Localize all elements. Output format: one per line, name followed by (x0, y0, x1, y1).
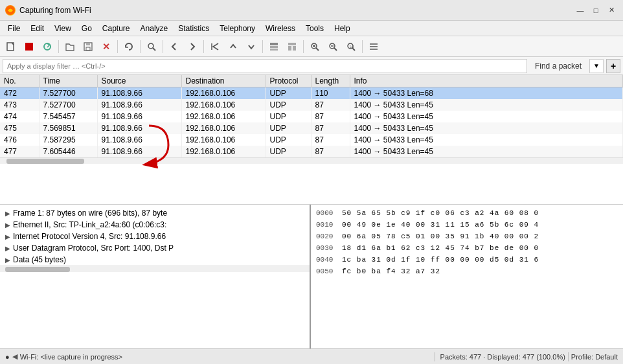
menu-item-help[interactable]: Help (329, 23, 356, 34)
status-capture-text: Wi-Fi: <live capture in progress> (20, 353, 122, 361)
jump-to-first-button[interactable] (207, 39, 223, 54)
cell-protocol: UDP (266, 146, 311, 157)
status-left: ● ◀ Wi-Fi: <live capture in progress> (5, 352, 429, 361)
packet-list-scrollbar-x[interactable] (0, 157, 623, 164)
new-capture-button[interactable] (3, 39, 19, 54)
detail-row[interactable]: ▶User Datagram Protocol, Src Port: 1400,… (0, 242, 310, 254)
cell-protocol: UDP (266, 87, 311, 100)
close-file-button[interactable]: ✕ (98, 39, 115, 54)
packet-list-container: No. Time Source Destination Protocol Len… (0, 75, 623, 205)
add-filter-button[interactable]: + (606, 59, 620, 73)
expand-icon[interactable]: ▶ (5, 210, 10, 217)
packet-list[interactable]: No. Time Source Destination Protocol Len… (0, 75, 623, 205)
menu-item-analyze[interactable]: Analyze (135, 23, 174, 34)
cell-destination: 192.168.0.106 (181, 87, 266, 100)
svg-rect-13 (288, 46, 291, 51)
menu-item-wireless[interactable]: Wireless (260, 23, 300, 34)
svg-rect-5 (86, 43, 90, 45)
detail-scrollbar-x[interactable] (0, 266, 310, 272)
filter-bar: Find a packet ▼ + (0, 57, 623, 75)
zoom-in-button[interactable] (306, 39, 323, 54)
scroll-down-button[interactable] (243, 39, 260, 54)
more-options-button[interactable] (365, 39, 382, 54)
toolbar-separator-6 (262, 40, 263, 53)
filter-dropdown-button[interactable]: ▼ (589, 59, 604, 73)
toolbar-separator-8 (362, 40, 363, 53)
go-forward-button[interactable] (184, 39, 201, 54)
maximize-button[interactable]: □ (589, 4, 602, 17)
table-row[interactable]: 4777.60544691.108.9.66192.168.0.106UDP87… (0, 146, 623, 157)
svg-text:1:1: 1:1 (350, 44, 354, 48)
zoom-reset-button[interactable]: 1:1 (343, 39, 359, 54)
svg-line-8 (153, 48, 155, 51)
table-row[interactable]: 4757.56985191.108.9.66192.168.0.106UDP87… (0, 122, 623, 134)
pane-view-2-button[interactable] (284, 39, 300, 54)
stop-button[interactable] (21, 39, 38, 54)
svg-rect-6 (86, 47, 90, 51)
status-profile-icon[interactable]: ● (5, 353, 10, 361)
menu-item-view[interactable]: View (49, 23, 76, 34)
svg-rect-12 (288, 43, 296, 45)
hex-row: 0050fc b0 ba f4 32 a7 32 (316, 266, 618, 277)
hex-bytes: 1c ba 31 0d 1f 10 ff 00 00 00 d5 0d 31 6 (342, 254, 618, 266)
cell-source: 91.108.9.66 (97, 146, 181, 157)
cell-info: 1400 → 50433 Len=68 (350, 87, 623, 100)
expand-icon[interactable]: ▶ (5, 245, 10, 252)
table-row[interactable]: 4737.52770091.108.9.66192.168.0.106UDP87… (0, 99, 623, 111)
cell-info: 1400 → 50433 Len=45 (350, 111, 623, 122)
menu-item-capture[interactable]: Capture (97, 23, 135, 34)
pane-view-1-button[interactable] (266, 39, 282, 54)
menu-item-file[interactable]: File (3, 23, 25, 34)
toolbar: ✕ 1:1 (0, 36, 623, 57)
restart-button[interactable] (39, 39, 56, 54)
save-button[interactable] (80, 39, 96, 54)
detail-row[interactable]: ▶Internet Protocol Version 4, Src: 91.10… (0, 231, 310, 242)
menu-item-statistics[interactable]: Statistics (173, 23, 214, 34)
col-destination: Destination (181, 75, 266, 87)
hex-offset: 0010 (316, 219, 337, 231)
table-row[interactable]: 4767.58729591.108.9.66192.168.0.106UDP87… (0, 134, 623, 146)
col-protocol: Protocol (266, 75, 311, 87)
cell-protocol: UDP (266, 111, 311, 122)
cell-destination: 192.168.0.106 (181, 122, 266, 134)
hex-bytes: 18 d1 6a b1 62 c3 12 45 74 b7 be de 00 0 (342, 242, 618, 254)
close-button[interactable]: ✕ (605, 4, 618, 17)
expand-icon[interactable]: ▶ (5, 222, 10, 229)
menu-item-edit[interactable]: Edit (25, 23, 49, 34)
expand-icon[interactable]: ▶ (5, 233, 10, 240)
detail-rows: ▶Frame 1: 87 bytes on wire (696 bits), 8… (0, 207, 310, 266)
toolbar-separator-5 (203, 40, 204, 53)
scroll-thumb-x[interactable] (6, 159, 84, 164)
zoom-out-button[interactable] (324, 39, 341, 54)
hex-row: 002000 6a 05 78 c5 01 00 35 91 1b 40 00 … (316, 231, 618, 242)
hex-panel: 000050 5a 65 5b c9 1f c0 06 c3 a2 4a 60 … (311, 205, 623, 348)
cell-time: 7.527700 (39, 87, 97, 100)
detail-row[interactable]: ▶Ethernet II, Src: TP-Link_a2:4a:60 (c0:… (0, 219, 310, 231)
expand-icon[interactable]: ▶ (5, 256, 10, 264)
table-row[interactable]: 4727.52770091.108.9.66192.168.0.106UDP11… (0, 87, 623, 100)
table-row[interactable]: 4747.54545791.108.9.66192.168.0.106UDP87… (0, 111, 623, 122)
cell-info: 1400 → 50433 Len=45 (350, 99, 623, 111)
minimize-button[interactable]: — (574, 4, 587, 17)
open-button[interactable] (62, 39, 78, 54)
display-filter-input[interactable] (3, 59, 527, 73)
toolbar-separator-1 (58, 40, 59, 53)
menu-item-tools[interactable]: Tools (300, 23, 329, 34)
reload-button[interactable] (120, 39, 137, 54)
packet-table-body: 4727.52770091.108.9.66192.168.0.106UDP11… (0, 87, 623, 158)
find-packet-button[interactable] (143, 39, 160, 54)
detail-row[interactable]: ▶Data (45 bytes) (0, 254, 310, 266)
toolbar-separator-4 (163, 40, 163, 53)
detail-text: Internet Protocol Version 4, Src: 91.108… (13, 232, 166, 241)
detail-row[interactable]: ▶Frame 1: 87 bytes on wire (696 bits), 8… (0, 207, 310, 219)
scroll-up-button[interactable] (225, 39, 242, 54)
hex-bytes: 50 5a 65 5b c9 1f c0 06 c3 a2 4a 60 08 0 (342, 207, 618, 219)
bottom-area: ▶Frame 1: 87 bytes on wire (696 bits), 8… (0, 205, 623, 348)
status-bar: ● ◀ Wi-Fi: <live capture in progress> Pa… (0, 348, 623, 364)
go-back-button[interactable] (166, 39, 183, 54)
menu-item-telephony[interactable]: Telephony (214, 23, 260, 34)
cell-protocol: UDP (266, 122, 311, 134)
detail-scroll-thumb[interactable] (5, 267, 70, 272)
cell-no: 474 (0, 111, 39, 122)
menu-item-go[interactable]: Go (76, 23, 97, 34)
